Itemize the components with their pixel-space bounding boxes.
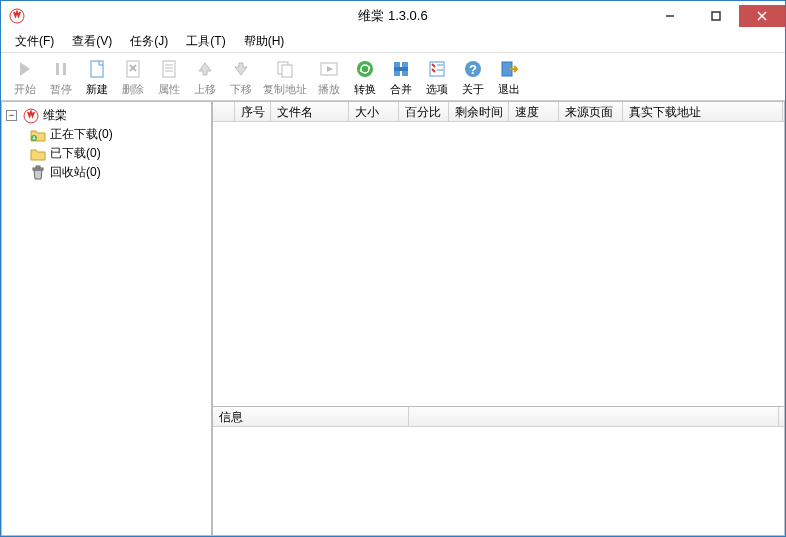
table-row[interactable] — [213, 320, 784, 338]
titlebar-buttons — [647, 5, 785, 27]
menu-tools[interactable]: 工具(T) — [178, 31, 233, 52]
column-header[interactable]: 剩余时间 — [449, 102, 509, 121]
tool-label: 新建 — [86, 82, 108, 97]
svg-rect-11 — [163, 61, 175, 77]
tool-options[interactable]: 选项 — [419, 56, 455, 99]
trash-icon — [30, 165, 46, 181]
tool-pause: 暂停 — [43, 56, 79, 99]
menubar: 文件(F) 查看(V) 任务(J) 工具(T) 帮助(H) — [1, 31, 785, 53]
table-row[interactable] — [213, 212, 784, 230]
tree-root[interactable]: − 维棠 — [2, 106, 211, 125]
tool-label: 退出 — [498, 82, 520, 97]
task-table[interactable]: 序号文件名大小百分比剩余时间速度来源页面真实下载地址 — [212, 101, 785, 407]
tool-label: 选项 — [426, 82, 448, 97]
start-icon — [14, 58, 36, 80]
table-row[interactable] — [213, 248, 784, 266]
info-body[interactable] — [213, 427, 784, 535]
column-header[interactable]: 百分比 — [399, 102, 449, 121]
app-tree-icon — [23, 108, 39, 124]
app-window: 维棠 1.3.0.6 文件(F) 查看(V) 任务(J) 工具(T) 帮助(H)… — [0, 0, 786, 537]
tool-label: 播放 — [318, 82, 340, 97]
tree-downloading-label: 正在下载(0) — [50, 126, 113, 143]
table-row[interactable] — [213, 122, 784, 140]
column-header[interactable] — [213, 102, 235, 121]
info-header-label[interactable]: 信息 — [213, 407, 409, 426]
table-row[interactable] — [213, 176, 784, 194]
tool-moveup: 上移 — [187, 56, 223, 99]
play-icon — [318, 58, 340, 80]
svg-point-18 — [357, 61, 373, 77]
window-title: 维棠 1.3.0.6 — [358, 7, 427, 25]
table-row[interactable] — [213, 374, 784, 392]
tool-label: 关于 — [462, 82, 484, 97]
properties-icon — [158, 58, 180, 80]
table-row[interactable] — [213, 266, 784, 284]
column-header[interactable]: 大小 — [349, 102, 399, 121]
info-header[interactable]: 信息 — [213, 407, 784, 427]
tool-merge[interactable]: 合并 — [383, 56, 419, 99]
pause-icon — [50, 58, 72, 80]
svg-rect-6 — [63, 63, 66, 75]
about-icon: ? — [462, 58, 484, 80]
maximize-button[interactable] — [693, 5, 739, 27]
sidebar-tree[interactable]: − 维棠 正在下载(0) 已下载(0) 回收站(0) — [1, 101, 212, 536]
column-header[interactable]: 真实下载地址 — [623, 102, 783, 121]
table-row[interactable] — [213, 356, 784, 374]
tool-label: 下移 — [230, 82, 252, 97]
tool-new[interactable]: 新建 — [79, 56, 115, 99]
table-body[interactable] — [213, 122, 784, 407]
tool-convert[interactable]: 转换 — [347, 56, 383, 99]
options-icon — [426, 58, 448, 80]
table-row[interactable] — [213, 158, 784, 176]
tree-root-label: 维棠 — [43, 107, 67, 124]
table-row[interactable] — [213, 230, 784, 248]
column-header[interactable]: 序号 — [235, 102, 271, 121]
copyurl-icon — [274, 58, 296, 80]
close-button[interactable] — [739, 5, 785, 27]
svg-rect-5 — [56, 63, 59, 75]
column-header[interactable]: 文件名 — [271, 102, 349, 121]
menu-tasks[interactable]: 任务(J) — [122, 31, 176, 52]
minimize-button[interactable] — [647, 5, 693, 27]
svg-rect-31 — [36, 166, 40, 168]
tree-downloaded[interactable]: 已下载(0) — [2, 144, 211, 163]
tool-exit[interactable]: 退出 — [491, 56, 527, 99]
folder-done-icon — [30, 147, 46, 161]
app-icon — [9, 8, 25, 24]
menu-view[interactable]: 查看(V) — [64, 31, 120, 52]
svg-rect-7 — [91, 61, 103, 77]
table-row[interactable] — [213, 140, 784, 158]
svg-rect-21 — [394, 67, 408, 71]
tool-label: 上移 — [194, 82, 216, 97]
tool-delete: 删除 — [115, 56, 151, 99]
tree-downloading[interactable]: 正在下载(0) — [2, 125, 211, 144]
table-row[interactable] — [213, 302, 784, 320]
tree-downloaded-label: 已下载(0) — [50, 145, 101, 162]
tool-label: 开始 — [14, 82, 36, 97]
toolbar: 开始暂停新建删除属性上移下移复制地址播放转换合并选项?关于退出 — [1, 53, 785, 101]
tool-properties: 属性 — [151, 56, 187, 99]
tree-trash[interactable]: 回收站(0) — [2, 163, 211, 182]
column-header[interactable]: 速度 — [509, 102, 559, 121]
exit-icon — [498, 58, 520, 80]
table-row[interactable] — [213, 194, 784, 212]
tool-label: 合并 — [390, 82, 412, 97]
info-header-col2[interactable] — [409, 407, 779, 426]
svg-text:?: ? — [469, 62, 477, 77]
column-header[interactable]: 来源页面 — [559, 102, 623, 121]
tool-about[interactable]: ?关于 — [455, 56, 491, 99]
tool-movedown: 下移 — [223, 56, 259, 99]
convert-icon — [354, 58, 376, 80]
menu-file[interactable]: 文件(F) — [7, 31, 62, 52]
delete-icon — [122, 58, 144, 80]
titlebar[interactable]: 维棠 1.3.0.6 — [1, 1, 785, 31]
tool-label: 转换 — [354, 82, 376, 97]
table-row[interactable] — [213, 284, 784, 302]
main-area: 序号文件名大小百分比剩余时间速度来源页面真实下载地址 信息 — [212, 101, 785, 536]
table-header[interactable]: 序号文件名大小百分比剩余时间速度来源页面真实下载地址 — [213, 102, 784, 122]
info-panel: 信息 — [212, 407, 785, 536]
table-row[interactable] — [213, 338, 784, 356]
menu-help[interactable]: 帮助(H) — [236, 31, 293, 52]
expander-icon[interactable]: − — [6, 110, 17, 121]
table-row[interactable] — [213, 392, 784, 407]
